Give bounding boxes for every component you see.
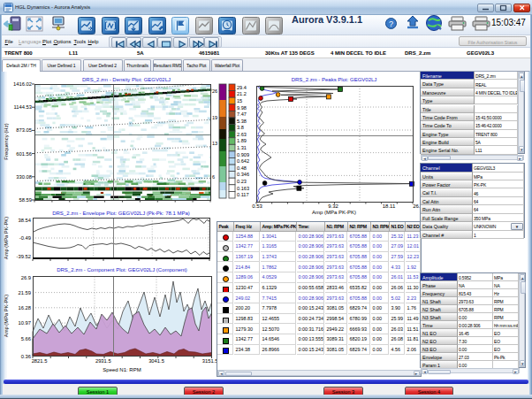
svg-text:7.47: 7.47 — [237, 111, 247, 117]
svg-text:1416.02: 1416.02 — [13, 81, 32, 87]
svg-text:2931.5: 2931.5 — [95, 358, 111, 364]
svg-text:29.4: 29.4 — [237, 85, 247, 90]
svg-text:21.59: 21.59 — [18, 290, 31, 295]
svg-text:38.54: 38.54 — [18, 218, 31, 223]
svg-text:873.05: 873.05 — [16, 127, 32, 133]
svg-text:26: 26 — [212, 88, 217, 94]
svg-text:601.56: 601.56 — [16, 151, 32, 157]
svg-text:DRS_2.zm - Component Plot: GE: DRS_2.zm - Component Plot: GEGV02LJ (Com… — [57, 267, 187, 272]
svg-text:0.53: 0.53 — [252, 203, 262, 209]
svg-text:-0.49: -0.49 — [19, 235, 31, 241]
svg-text:Speed N1: RPM: Speed N1: RPM — [103, 367, 141, 372]
svg-text:9.98: 9.98 — [237, 105, 247, 111]
svg-text:0.48: 0.48 — [237, 165, 247, 171]
svg-text:DRS_2.zm - Envelope Plot: GE: DRS_2.zm - Envelope Plot: GEGV02LJ (Pk-P… — [52, 211, 190, 216]
svg-text:5.38: 5.38 — [237, 119, 247, 124]
svg-text:Frequency (Hz): Frequency (Hz) — [4, 123, 9, 159]
svg-text:1144.53: 1144.53 — [13, 104, 32, 110]
svg-text:16.28: 16.28 — [18, 305, 31, 311]
svg-text:18.11: 18.11 — [383, 203, 396, 209]
svg-text:0.36: 0.36 — [21, 354, 31, 359]
svg-text:13: 13 — [212, 141, 217, 146]
svg-text:1.31: 1.31 — [237, 145, 247, 150]
svg-text:-39.52: -39.52 — [17, 254, 31, 259]
svg-text:6: 6 — [212, 174, 215, 180]
svg-text:1.89: 1.89 — [237, 138, 247, 143]
svg-text:3.8: 3.8 — [237, 125, 244, 130]
svg-text:26.9: 26.9 — [21, 275, 31, 280]
svg-text:3041.5: 3041.5 — [148, 358, 164, 364]
svg-text:15: 15 — [237, 98, 242, 104]
svg-text:?: ? — [389, 19, 393, 28]
svg-text:DRS_2.zm - Peaks Plot: GEGV0: DRS_2.zm - Peaks Plot: GEGV02LJ — [292, 77, 377, 82]
svg-text:2.63: 2.63 — [237, 132, 247, 137]
svg-text:3151.5: 3151.5 — [202, 358, 218, 364]
svg-text:330.08: 330.08 — [16, 174, 32, 180]
svg-text:Amp (MPa PK-PK): Amp (MPa PK-PK) — [4, 217, 9, 259]
svg-text:58.59: 58.59 — [19, 197, 32, 203]
svg-text:DRS_2.zm - Density Plot: GEGV0: DRS_2.zm - Density Plot: GEGV02LJ — [82, 77, 171, 82]
svg-text:10.97: 10.97 — [18, 320, 31, 326]
svg-text:19: 19 — [212, 115, 217, 120]
svg-text:9.32: 9.32 — [328, 203, 338, 209]
svg-text:0.23: 0.23 — [237, 179, 247, 184]
svg-text:5.66: 5.66 — [21, 336, 31, 341]
svg-text:21.2: 21.2 — [237, 91, 247, 96]
svg-text:Amp (MPa PK-PK): Amp (MPa PK-PK) — [4, 295, 9, 337]
svg-text:2821.5: 2821.5 — [32, 358, 48, 364]
svg-text:Amp (MPa PK-PK): Amp (MPa PK-PK) — [312, 210, 356, 215]
